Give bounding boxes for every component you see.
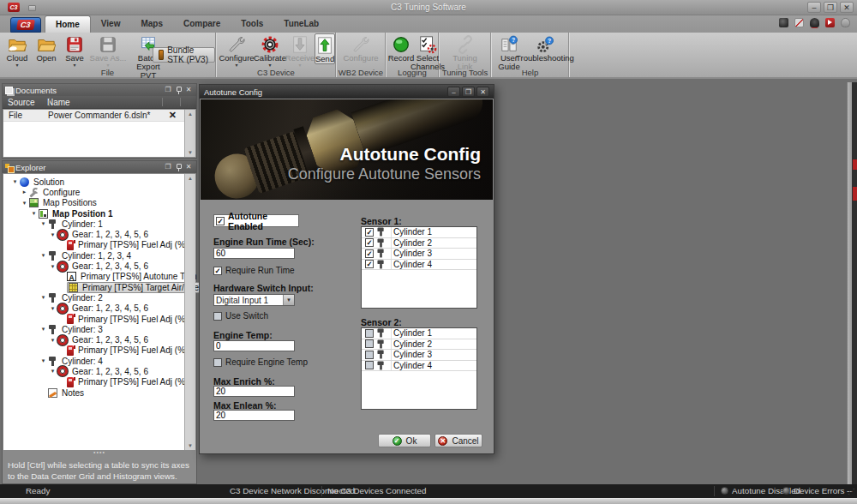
open-button[interactable]: Open	[33, 33, 60, 63]
tree-item-map-positions[interactable]: ▾Map Positions	[3, 198, 183, 208]
max-enlean-input[interactable]	[213, 410, 295, 421]
collapse-icon[interactable]: ▾	[39, 294, 48, 301]
tree-item-gear[interactable]: ▾Gear: 1, 2, 3, 4, 5, 6	[3, 334, 183, 345]
tree-item-target-afr[interactable]: Primary [TPS%] Target Air/Fuel (AFR)	[3, 282, 183, 292]
configure-c3-button[interactable]: Configure ▾	[219, 33, 254, 68]
tab-view[interactable]: View	[91, 15, 131, 33]
documents-scrollbar[interactable]: ▲ ▼	[184, 110, 195, 157]
panel-pin-icon[interactable]	[173, 86, 183, 95]
tree-item-fuel-adj[interactable]: Primary [TPS%] Fuel Adj (%)	[3, 345, 183, 356]
checkbox-icon[interactable]	[365, 361, 374, 369]
collapse-icon[interactable]: ▾	[48, 263, 57, 270]
checkbox-icon[interactable]	[213, 312, 222, 321]
splitter-handle[interactable]: ••••	[3, 450, 196, 455]
dialog-minimize-button[interactable]: –	[447, 87, 460, 97]
checkbox-icon[interactable]	[365, 339, 374, 348]
tab-home[interactable]: Home	[45, 15, 91, 33]
tree-item-cylinder-4[interactable]: ▾Cylinder: 4	[3, 356, 183, 366]
record-button[interactable]: Record	[389, 33, 413, 63]
tree-item-cylinder-1[interactable]: ▾Cylinder: 1	[3, 219, 183, 229]
sensor1-cylinder-2-row[interactable]: ✓Cylinder 2	[362, 238, 476, 249]
collapse-icon[interactable]: ▾	[39, 252, 48, 259]
tab-maps[interactable]: Maps	[130, 15, 173, 33]
document-row[interactable]: File Power Commander 6.dsln* ✕	[3, 110, 195, 122]
user-icon[interactable]	[810, 18, 819, 27]
close-button[interactable]: ✕	[840, 2, 854, 13]
dialog-close-button[interactable]: ✕	[476, 87, 489, 97]
scroll-down-icon[interactable]: ▼	[185, 150, 195, 155]
checkbox-icon[interactable]: ✓	[365, 260, 374, 268]
tree-item-cylinder-2[interactable]: ▾Cylinder: 2	[3, 292, 183, 303]
expand-icon[interactable]: ▸	[20, 189, 29, 195]
sensor1-cylinder-1-row[interactable]: ✓Cylinder 1	[362, 227, 476, 238]
tree-item-cylinder-1234[interactable]: ▾Cylinder: 1, 2, 3, 4	[3, 250, 183, 261]
share-icon[interactable]	[794, 18, 804, 27]
select-channels-button[interactable]: Select Channels	[414, 33, 441, 71]
tree-item-cylinder-3[interactable]: ▾Cylinder: 3	[3, 324, 183, 334]
column-source[interactable]: Source	[3, 98, 47, 107]
sensor2-cylinder-3-row[interactable]: Cylinder 3	[362, 350, 476, 361]
collapse-icon[interactable]: ▾	[48, 231, 57, 238]
checkbox-icon[interactable]: ✓	[213, 267, 222, 275]
engine-run-time-input[interactable]	[213, 248, 295, 259]
collapse-icon[interactable]: ▾	[48, 368, 57, 375]
collapse-icon[interactable]: ▾	[39, 220, 48, 227]
checkbox-icon[interactable]: ✓	[365, 228, 374, 237]
sensor2-cylinder-2-row[interactable]: Cylinder 2	[362, 339, 476, 351]
minimize-button[interactable]: –	[807, 2, 821, 13]
tab-compare[interactable]: Compare	[173, 15, 231, 33]
close-document-icon[interactable]: ✕	[169, 110, 177, 121]
max-enrich-input[interactable]	[213, 386, 295, 397]
autotune-enabled-checkbox[interactable]: ✓ Autotune Enabled	[213, 214, 299, 227]
tab-tools[interactable]: Tools	[231, 15, 273, 33]
user-guide-button[interactable]: ? User Guide	[494, 33, 524, 71]
cancel-button[interactable]: ✕ Cancel	[434, 434, 482, 447]
engine-temp-input[interactable]	[213, 340, 295, 351]
save-button[interactable]: Save ▾	[61, 33, 88, 68]
scroll-up-icon[interactable]: ▲	[185, 111, 195, 117]
tree-item-notes[interactable]: Notes	[3, 387, 183, 398]
panel-maximize-icon[interactable]: ❐	[163, 86, 173, 95]
tree-item-map-position-1[interactable]: ▾Map Position 1	[3, 208, 183, 219]
panel-maximize-icon[interactable]: ❐	[163, 163, 173, 172]
collapse-icon[interactable]: ▾	[10, 178, 20, 185]
checkbox-icon[interactable]	[365, 329, 374, 338]
calibrate-button[interactable]: Calibrate ▾	[255, 33, 285, 68]
sensor1-cylinder-4-row[interactable]: ✓Cylinder 4	[362, 260, 476, 271]
tree-item-gear[interactable]: ▾Gear: 1, 2, 3, 4, 5, 6	[3, 366, 183, 376]
checkbox-icon[interactable]	[365, 351, 374, 359]
hardware-switch-select[interactable]: Digital Input 1 ▼	[213, 294, 295, 306]
troubleshooting-button[interactable]: ? Troubleshooting	[524, 33, 566, 63]
video-icon[interactable]	[825, 18, 835, 27]
checkbox-icon[interactable]	[213, 358, 222, 367]
require-engine-temp-checkbox[interactable]: Require Engine Temp	[213, 357, 308, 367]
sensor2-cylinder-1-row[interactable]: Cylinder 1	[362, 328, 476, 339]
require-run-time-checkbox[interactable]: ✓ Require Run Time	[213, 266, 295, 275]
collapse-icon[interactable]: ▾	[48, 337, 57, 344]
sensor2-cylinder-4-row[interactable]: Cylinder 4	[362, 361, 476, 372]
panel-pin-icon[interactable]	[173, 163, 183, 172]
checkbox-icon[interactable]: ✓	[365, 249, 374, 258]
tree-item-autotune-trim[interactable]: Primary [TPS%] Autotune Trim (%)	[3, 272, 183, 282]
panel-close-icon[interactable]: ✕	[183, 163, 194, 172]
collapse-icon[interactable]: ▾	[48, 305, 57, 312]
tree-item-gear[interactable]: ▾Gear: 1, 2, 3, 4, 5, 6	[3, 303, 183, 314]
ok-button[interactable]: ✓ Ok	[378, 434, 431, 447]
column-name[interactable]: Name	[47, 98, 70, 107]
alert-icon[interactable]	[841, 18, 850, 27]
tree-item-configure[interactable]: ▸Configure	[3, 187, 183, 197]
chevron-down-icon[interactable]: ▼	[283, 295, 294, 305]
checkbox-icon[interactable]: ✓	[216, 217, 225, 225]
scroll-up-icon[interactable]: ▲	[185, 176, 195, 181]
explorer-scrollbar[interactable]: ▲ ▼	[184, 174, 195, 450]
send-button[interactable]: Send	[315, 33, 335, 64]
use-switch-checkbox[interactable]: Use Switch	[213, 311, 268, 321]
sensor1-cylinder-3-row[interactable]: ✓Cylinder 3	[362, 249, 476, 260]
panel-close-icon[interactable]: ✕	[183, 86, 194, 95]
resize-grip[interactable]: ⋰	[848, 488, 855, 495]
tree-item-fuel-adj[interactable]: Primary [TPS%] Fuel Adj (%)	[3, 240, 183, 250]
collapse-icon[interactable]: ▾	[29, 210, 39, 217]
tab-tunelab[interactable]: TuneLab	[273, 15, 329, 33]
collapse-icon[interactable]: ▾	[39, 357, 48, 364]
badge-icon[interactable]	[779, 18, 788, 27]
